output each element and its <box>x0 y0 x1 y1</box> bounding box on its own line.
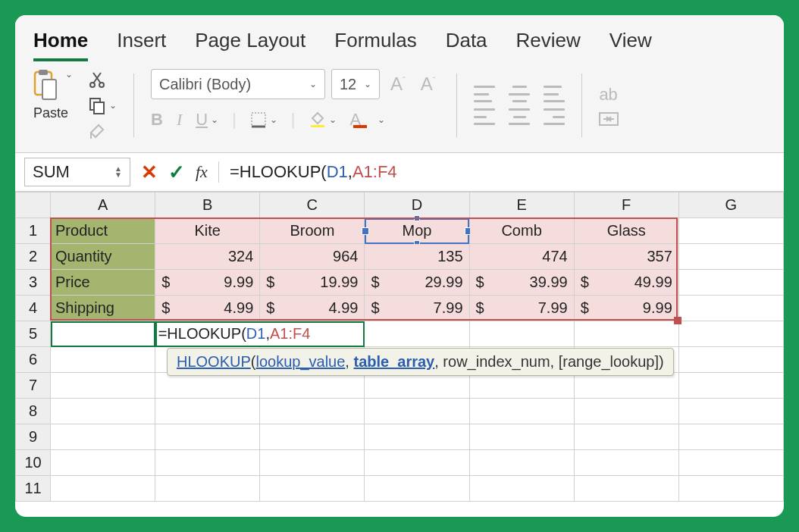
underline-button[interactable]: U⌄ <box>196 110 218 130</box>
cancel-button[interactable]: ✕ <box>141 161 158 184</box>
font-size-select[interactable]: 12 ⌄ <box>331 69 380 99</box>
cell[interactable] <box>51 450 155 476</box>
paste-icon[interactable] <box>29 69 62 102</box>
tab-data[interactable]: Data <box>446 29 487 61</box>
cell-B2[interactable]: 324 <box>155 244 260 270</box>
cell-F5[interactable] <box>574 321 678 347</box>
col-header-F[interactable]: F <box>574 192 678 218</box>
bold-button[interactable]: B <box>151 110 163 130</box>
formula-input[interactable]: =HLOOKUP(D1,A1:F4 <box>230 162 397 182</box>
enter-button[interactable]: ✓ <box>168 161 185 184</box>
cell[interactable] <box>678 373 783 399</box>
cell-D5[interactable] <box>365 321 469 347</box>
cell[interactable] <box>678 424 783 450</box>
cell[interactable] <box>469 373 574 399</box>
tooltip-fn-link[interactable]: HLOOKUP <box>177 353 251 370</box>
align-left-button[interactable] <box>474 108 495 125</box>
cell[interactable] <box>260 476 365 502</box>
cell[interactable] <box>51 399 155 424</box>
tab-view[interactable]: View <box>609 29 652 61</box>
cell-A3[interactable]: Price <box>51 270 155 296</box>
cell[interactable] <box>469 399 574 424</box>
tab-page-layout[interactable]: Page Layout <box>195 29 306 61</box>
decrease-font-button[interactable]: Aˇ <box>416 74 440 95</box>
cell[interactable] <box>155 424 260 450</box>
cell-A2[interactable]: Quantity <box>51 244 155 270</box>
cell[interactable] <box>574 450 678 476</box>
cell-C2[interactable]: 964 <box>260 244 365 270</box>
cell-E1[interactable]: Comb <box>469 218 574 244</box>
row-header-10[interactable]: 10 <box>16 450 51 476</box>
cell-D1[interactable]: Mop <box>365 218 469 244</box>
align-center-button[interactable] <box>509 108 530 125</box>
cell-E3[interactable]: $39.99 <box>469 270 574 296</box>
row-header-1[interactable]: 1 <box>16 218 51 244</box>
row-header-5[interactable]: 5 <box>16 321 51 347</box>
cell[interactable] <box>678 450 783 476</box>
cell[interactable] <box>574 476 678 502</box>
select-all-corner[interactable] <box>16 192 51 218</box>
tab-home[interactable]: Home <box>33 29 88 61</box>
cell-D2[interactable]: 135 <box>365 244 469 270</box>
borders-button[interactable]: ⌄ <box>250 111 277 128</box>
cell-G3[interactable] <box>678 270 783 296</box>
cell[interactable] <box>51 476 155 502</box>
align-top-button[interactable] <box>474 86 495 102</box>
copy-icon[interactable] <box>86 95 108 116</box>
cell[interactable] <box>678 476 783 502</box>
cell[interactable] <box>574 424 678 450</box>
row-header-11[interactable]: 11 <box>16 476 51 502</box>
row-header-3[interactable]: 3 <box>16 270 51 296</box>
row-header-7[interactable]: 7 <box>16 373 51 399</box>
range-handle[interactable] <box>674 317 682 324</box>
cell-B1[interactable]: Kite <box>155 218 260 244</box>
cell-F2[interactable]: 357 <box>574 244 678 270</box>
col-header-B[interactable]: B <box>155 192 260 218</box>
cell[interactable] <box>51 347 155 373</box>
row-header-9[interactable]: 9 <box>16 424 51 450</box>
tab-review[interactable]: Review <box>516 29 581 61</box>
chevron-down-icon[interactable]: ⌄ <box>109 100 117 111</box>
col-header-A[interactable]: A <box>51 192 155 218</box>
cell-D3[interactable]: $29.99 <box>365 270 469 296</box>
row-header-2[interactable]: 2 <box>16 244 51 270</box>
cell-C3[interactable]: $19.99 <box>260 270 365 296</box>
fx-label[interactable]: fx <box>196 162 208 182</box>
row-header-4[interactable]: 4 <box>16 296 51 321</box>
cell[interactable] <box>155 373 260 399</box>
wrap-text-button[interactable]: ab <box>599 85 619 105</box>
cell[interactable] <box>574 373 678 399</box>
cell-C1[interactable]: Broom <box>260 218 365 244</box>
format-painter-icon[interactable] <box>86 120 108 142</box>
cell-E4[interactable]: $7.99 <box>469 296 574 321</box>
cell-D4[interactable]: $7.99 <box>365 296 469 321</box>
cell[interactable] <box>51 424 155 450</box>
cell[interactable] <box>469 424 574 450</box>
cell-F3[interactable]: $49.99 <box>574 270 678 296</box>
cell-B5-editing[interactable]: =HLOOKUP(D1,A1:F4 <box>155 321 365 347</box>
cell-G1[interactable] <box>678 218 783 244</box>
cell[interactable] <box>469 476 574 502</box>
cell-E5[interactable] <box>469 321 574 347</box>
row-header-6[interactable]: 6 <box>16 347 51 373</box>
font-color-button[interactable]: A ⌄ <box>350 110 386 130</box>
spreadsheet-grid[interactable]: A B C D E F G 1 Product Kite Broom Mop C… <box>15 192 784 502</box>
cell-B4[interactable]: $4.99 <box>155 296 260 321</box>
name-box[interactable]: SUM ▲▼ <box>24 158 130 186</box>
increase-font-button[interactable]: Aˆ <box>386 74 410 95</box>
cell-G2[interactable] <box>678 244 783 270</box>
cell[interactable] <box>260 373 365 399</box>
cell-A4[interactable]: Shipping <box>51 296 155 321</box>
cut-icon[interactable] <box>86 69 108 90</box>
cell-A5[interactable] <box>51 321 155 347</box>
col-header-E[interactable]: E <box>469 192 574 218</box>
cell[interactable] <box>365 424 469 450</box>
col-header-G[interactable]: G <box>678 192 783 218</box>
fill-color-button[interactable]: ⌄ <box>309 111 337 128</box>
cell[interactable] <box>678 399 783 424</box>
merge-button[interactable] <box>599 112 619 126</box>
align-right-button[interactable] <box>544 108 565 125</box>
cell[interactable] <box>260 424 365 450</box>
align-bottom-button[interactable] <box>544 86 565 102</box>
cell-E2[interactable]: 474 <box>469 244 574 270</box>
